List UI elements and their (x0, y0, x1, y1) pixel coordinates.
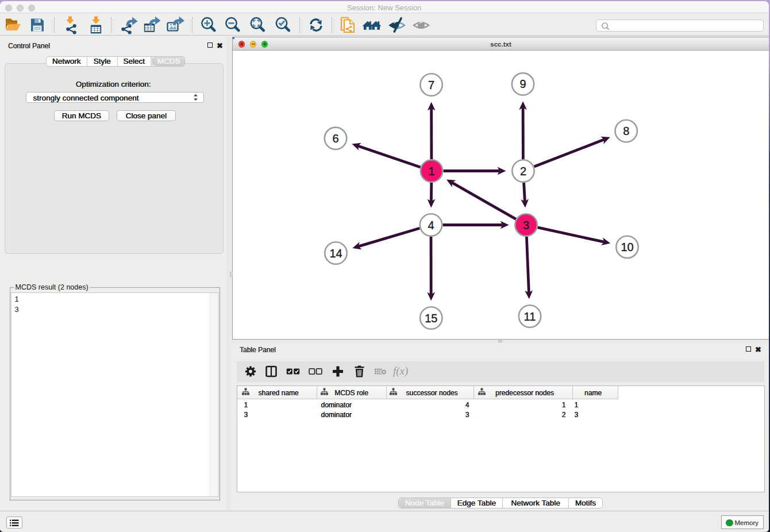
svg-text:8: 8 (623, 125, 629, 137)
svg-text:15: 15 (425, 311, 437, 324)
svg-text:6: 6 (332, 132, 338, 144)
svg-text:2: 2 (520, 164, 526, 177)
svg-text:11: 11 (524, 310, 536, 322)
svg-text:10: 10 (621, 240, 633, 253)
svg-text:1: 1 (428, 164, 434, 177)
svg-text:9: 9 (519, 78, 526, 90)
svg-text:4: 4 (428, 218, 434, 231)
svg-text:14: 14 (329, 246, 342, 259)
svg-text:3: 3 (523, 218, 529, 231)
svg-text:7: 7 (428, 78, 434, 91)
